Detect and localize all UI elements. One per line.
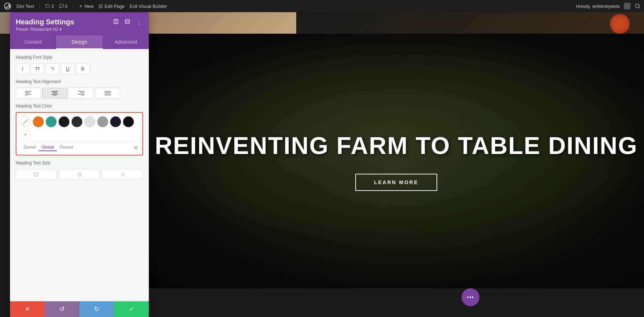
floating-dots-button[interactable]: ••• (462, 288, 479, 306)
svg-rect-26 (122, 173, 123, 176)
cancel-button[interactable]: ✕ (10, 301, 45, 317)
svg-rect-6 (125, 19, 130, 24)
search-icon[interactable] (635, 3, 640, 9)
tab-advanced[interactable]: Advanced (103, 35, 149, 49)
hero-content: REINVENTING FARM TO TABLE DINING LEARN M… (155, 131, 638, 191)
revisions-counter[interactable]: 3 (45, 4, 54, 9)
gear-icon[interactable]: ⚙ (134, 145, 138, 150)
redo-button[interactable]: ↻ (79, 301, 114, 317)
column-view-icon[interactable] (123, 18, 132, 27)
svg-line-4 (639, 7, 640, 8)
howdy-text: Howdy, writtenbyekta (576, 4, 620, 9)
font-style-buttons: I TT Tt U S (16, 63, 143, 74)
panel-header: Heading Settings Preset: Restaurant H2 ▾ (10, 12, 149, 35)
text-size-desktop[interactable] (16, 169, 57, 180)
align-center-button[interactable] (42, 88, 67, 99)
color-swatch-light-gray[interactable] (84, 116, 95, 127)
panel-tabs: Content Design Advanced (10, 35, 149, 49)
learn-more-button[interactable]: LEARN MORE (355, 174, 437, 191)
text-size-inputs (16, 169, 143, 180)
color-swatch-teal[interactable] (46, 116, 57, 127)
color-swatch-dark-navy[interactable] (110, 116, 121, 127)
font-style-label: Heading Font Style (16, 55, 143, 60)
color-swatch-orange[interactable] (33, 116, 44, 127)
tab-design[interactable]: Design (56, 35, 102, 49)
text-size-label: Heading Text Size (16, 160, 143, 165)
color-tab-recent[interactable]: Recent (57, 144, 76, 151)
color-swatch-black-2[interactable] (123, 116, 134, 127)
align-left-button[interactable] (16, 88, 41, 99)
italic-button[interactable]: I (16, 63, 29, 74)
admin-bar: Divi Test | 3 0 | New (0, 0, 644, 12)
wordpress-logo-icon[interactable] (4, 2, 11, 10)
panel-title-icons: ⋮ (112, 18, 143, 27)
settings-panel: Heading Settings Preset: Restaurant H2 ▾ (10, 12, 149, 317)
dots-label: ••• (467, 294, 474, 301)
panel-title: Heading Settings (16, 18, 74, 26)
site-name[interactable]: Divi Test (16, 4, 34, 9)
plus-icon (79, 4, 83, 8)
save-button[interactable]: ✓ (114, 301, 149, 317)
color-swatch-gray[interactable] (97, 116, 108, 127)
text-alignment-label: Heading Text Alignment (16, 79, 143, 84)
undo-button[interactable]: ↺ (45, 301, 79, 317)
color-swatches: + (20, 116, 139, 140)
svg-rect-5 (114, 19, 118, 24)
panel-preset[interactable]: Preset: Restaurant H2 ▾ (16, 27, 74, 32)
align-justify-button[interactable] (95, 88, 120, 99)
edit-page-button[interactable]: Edit Page (99, 4, 125, 9)
color-picker-section: + Saved Global Recent ⚙ (16, 112, 143, 155)
tab-content[interactable]: Content (10, 35, 56, 49)
separator-2: | (73, 4, 74, 9)
color-swatch-dark-black[interactable] (59, 116, 69, 127)
hero-title: REINVENTING FARM TO TABLE DINING (155, 131, 638, 159)
capitalize-button[interactable]: Tt (46, 63, 59, 74)
underline-button[interactable]: U (61, 63, 74, 74)
text-size-mobile[interactable] (102, 169, 143, 180)
svg-point-3 (635, 4, 639, 8)
alignment-buttons (16, 88, 143, 99)
svg-rect-24 (78, 173, 81, 176)
panel-footer: ✕ ↺ ↻ ✓ (10, 301, 149, 317)
svg-rect-23 (34, 173, 38, 176)
uppercase-button[interactable]: TT (31, 63, 44, 74)
panel-body: Heading Font Style I TT Tt U S Heading T… (10, 49, 149, 301)
user-avatar[interactable] (624, 3, 630, 9)
hero-section: REINVENTING FARM TO TABLE DINING LEARN M… (148, 34, 644, 288)
strikethrough-button[interactable]: S (76, 63, 89, 74)
text-size-tablet[interactable] (59, 169, 100, 180)
pencil-icon (99, 4, 103, 8)
separator-1: | (39, 4, 40, 9)
text-color-label: Heading Text Color (16, 104, 143, 109)
comments-counter[interactable]: 0 (59, 4, 68, 9)
top-right-image (296, 12, 644, 34)
color-swatch-clear[interactable] (20, 116, 31, 127)
main-content: REINVENTING FARM TO TABLE DINING LEARN M… (0, 12, 644, 317)
align-right-button[interactable] (69, 88, 94, 99)
revisions-icon (45, 4, 50, 9)
comments-icon (59, 4, 64, 9)
expand-icon[interactable] (112, 18, 120, 27)
more-options-icon[interactable]: ⋮ (135, 18, 143, 27)
color-tab-global[interactable]: Global (39, 144, 57, 151)
new-button[interactable]: New (79, 4, 94, 9)
panel-title-group: Heading Settings Preset: Restaurant H2 ▾ (16, 18, 74, 32)
color-tabs: Saved Global Recent ⚙ (20, 141, 139, 151)
exit-visual-builder-button[interactable]: Exit Visual Builder (130, 4, 167, 9)
color-tab-saved[interactable]: Saved (21, 144, 39, 151)
color-swatch-black[interactable] (72, 116, 82, 127)
add-color-button[interactable]: + (20, 129, 31, 140)
